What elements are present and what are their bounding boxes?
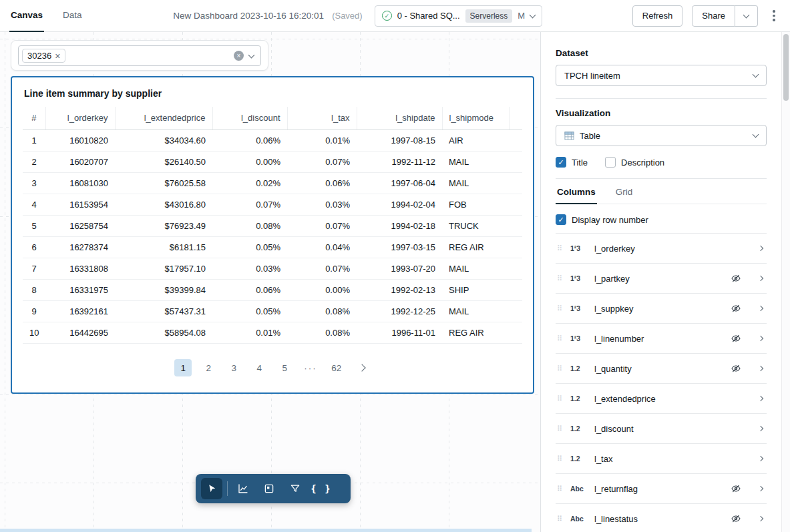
decimal-type-icon: 1.2 [570, 455, 588, 463]
column-item-l_orderkey[interactable]: ⠿1²3l_orderkey [556, 234, 767, 264]
page-button[interactable]: 62 [328, 359, 345, 376]
share-dropdown-button[interactable] [735, 5, 758, 27]
cursor-icon[interactable] [201, 478, 222, 499]
table-cell: 0.03% [212, 258, 287, 279]
canvas-horizontal-scrollbar[interactable] [0, 529, 532, 532]
drag-handle-icon[interactable]: ⠿ [556, 274, 564, 283]
page-button[interactable]: 3 [225, 359, 242, 376]
visibility-off-icon[interactable] [731, 363, 741, 374]
tab-canvas[interactable]: Canvas [9, 0, 44, 32]
column-item-l_linenumber[interactable]: ⠿1²3l_linenumber [556, 324, 767, 354]
drag-handle-icon[interactable]: ⠿ [556, 394, 564, 403]
column-item-l_tax[interactable]: ⠿1.2l_tax [556, 444, 767, 474]
description-checkbox-label: Description [621, 158, 664, 168]
column-header[interactable]: l_extendedprice [115, 107, 212, 129]
visibility-off-icon[interactable] [731, 483, 741, 494]
page-button[interactable]: 5 [276, 359, 293, 376]
chart-icon[interactable] [232, 478, 254, 499]
drag-handle-icon[interactable]: ⠿ [556, 244, 564, 253]
column-item-l_linestatus[interactable]: ⠿Abcl_linestatus [556, 504, 767, 532]
column-header[interactable]: # [23, 107, 45, 129]
table-cell: 0.04% [287, 236, 357, 258]
filter-widget[interactable]: 30236 × × [11, 40, 268, 71]
filter-icon[interactable] [284, 478, 306, 499]
drag-handle-icon[interactable]: ⠿ [556, 364, 564, 373]
chevron-right-icon[interactable] [758, 486, 763, 491]
table-cell [509, 279, 522, 300]
dashboard-canvas[interactable]: 30236 × × Line item summary by supplier … [0, 32, 541, 532]
column-item-l_partkey[interactable]: ⠿1²3l_partkey [556, 264, 767, 294]
scrollbar-thumb[interactable] [783, 34, 789, 101]
visibility-off-icon[interactable] [731, 273, 741, 284]
tab-columns[interactable]: Columns [556, 182, 597, 204]
chevron-right-icon[interactable] [758, 336, 763, 341]
column-header[interactable]: l_orderkey [45, 107, 115, 129]
drag-handle-icon[interactable]: ⠿ [556, 455, 564, 463]
dashboard-title[interactable]: New Dashboard 2023-10-16 16:20:01 [173, 11, 324, 21]
page-button[interactable]: 2 [200, 359, 217, 376]
drag-handle-icon[interactable]: ⠿ [556, 515, 564, 523]
chevron-right-icon[interactable] [758, 246, 763, 251]
table-cell: 0.08% [212, 215, 287, 236]
chip-remove-icon[interactable]: × [55, 51, 60, 61]
share-button[interactable]: Share [692, 5, 735, 27]
visibility-off-icon[interactable] [731, 513, 741, 524]
kebab-menu[interactable] [767, 5, 781, 27]
column-item-l_returnflag[interactable]: ⠿Abcl_returnflag [556, 474, 767, 504]
chevron-right-icon[interactable] [758, 516, 763, 521]
display-row-number-checkbox[interactable]: ✓ Display row number [556, 214, 767, 225]
filter-combobox[interactable]: 30236 × × [18, 45, 261, 66]
dataset-dropdown[interactable]: TPCH lineitem [556, 65, 767, 86]
drag-handle-icon[interactable]: ⠿ [556, 425, 564, 433]
table-cell: REG AIR [442, 236, 509, 258]
column-header[interactable]: l_shipmode [442, 107, 509, 129]
description-checkbox[interactable]: Description [605, 157, 664, 168]
visualization-label: Visualization [556, 108, 767, 118]
visualization-dropdown[interactable]: Table [556, 125, 767, 146]
table-row: 216020707$26140.500.00%0.07%1992-11-12MA… [23, 151, 522, 172]
chevron-right-icon[interactable] [758, 396, 763, 401]
column-header[interactable]: l_shipdate [357, 107, 442, 129]
table-cell: 0.08% [287, 322, 357, 343]
drag-handle-icon[interactable]: ⠿ [556, 304, 564, 313]
clear-filter-icon[interactable]: × [234, 51, 244, 61]
title-checkbox[interactable]: ✓ Title [556, 157, 588, 168]
chevron-right-icon[interactable] [758, 426, 763, 431]
table-row: 916392161$57437.310.05%0.08%1992-12-25MA… [23, 300, 522, 322]
column-header[interactable]: l_tax [287, 107, 357, 129]
table-cell [509, 172, 522, 194]
table-cell: 0.07% [287, 215, 357, 236]
drag-handle-icon[interactable]: ⠿ [556, 334, 564, 343]
table-cell: 0.00% [212, 151, 287, 172]
table-cell [509, 322, 522, 343]
tab-grid[interactable]: Grid [614, 182, 634, 204]
table-cell: $76923.49 [115, 215, 212, 236]
column-item-l_discount[interactable]: ⠿1.2l_discount [556, 414, 767, 444]
code-braces-icon[interactable]: { } [311, 478, 332, 499]
column-item-l_suppkey[interactable]: ⠿1²3l_suppkey [556, 294, 767, 324]
column-item-l_quantity[interactable]: ⠿1.2l_quantity [556, 354, 767, 384]
table-cell: 0.06% [287, 172, 357, 194]
table-cell: 16442695 [45, 322, 115, 343]
table-cell: 16258754 [45, 215, 115, 236]
column-header[interactable]: l_discount [212, 107, 287, 129]
visibility-off-icon[interactable] [731, 303, 741, 314]
table-cell: 1992-02-13 [357, 279, 442, 300]
chevron-right-icon[interactable] [758, 366, 763, 371]
page-button[interactable]: 1 [174, 359, 192, 376]
chevron-right-icon[interactable] [758, 306, 763, 311]
warehouse-selector[interactable]: ✓ 0 - Shared SQ... Serverless M [375, 5, 542, 27]
refresh-button[interactable]: Refresh [632, 5, 683, 27]
tab-data[interactable]: Data [61, 0, 83, 32]
text-box-icon[interactable] [258, 478, 280, 499]
panel-scrollbar[interactable] [781, 32, 790, 532]
filter-value-chip[interactable]: 30236 × [22, 49, 65, 63]
drag-handle-icon[interactable]: ⠿ [556, 485, 564, 493]
column-item-l_extendedprice[interactable]: ⠿1.2l_extendedprice [556, 384, 767, 414]
next-page-button[interactable] [353, 359, 371, 376]
chevron-right-icon[interactable] [758, 276, 763, 281]
chevron-right-icon[interactable] [758, 456, 763, 461]
visibility-off-icon[interactable] [731, 333, 741, 344]
table-widget[interactable]: Line item summary by supplier #l_orderke… [11, 76, 534, 394]
page-button[interactable]: 4 [250, 359, 268, 376]
